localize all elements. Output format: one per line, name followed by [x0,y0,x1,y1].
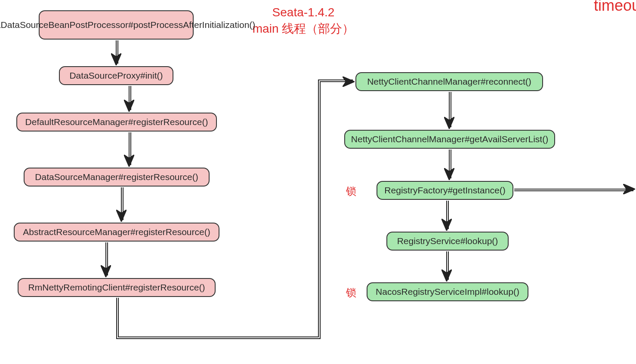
node-getavailserverlist: NettyClientChannelManager#getAvailServer… [344,130,555,149]
node-nacosregistry-lookup: NacosRegistryServiceImpl#lookup() [367,282,528,301]
node-defaultresourcemanager: DefaultResourceManager#registerResource(… [16,113,217,132]
lock-label-1: 锁 [346,184,356,198]
node-registryservice-lookup: RegistryService#lookup() [386,232,509,251]
node-datasourcemanager: DataSourceManager#registerResource() [24,168,210,187]
node-reconnect: NettyClientChannelManager#reconnect() [355,72,543,91]
node-registryfactory: RegistryFactory#getInstance() [377,181,513,200]
node-seata-postprocess: SeataDataSourceBeanPostProcessor#postPro… [39,10,194,40]
corner-fragment: timeou [594,0,636,15]
title-line1: Seata-1.4.2 [272,6,335,19]
lock-label-2: 锁 [346,286,356,300]
node-datasourceproxy-init: DataSourceProxy#init() [59,66,173,85]
title-line2: main 线程（部分） [253,22,354,35]
node-rmnettyremoting: RmNettyRemotingClient#registerResource() [18,278,216,297]
node-abstractresourcemanager: AbstractResourceManager#registerResource… [14,223,219,242]
